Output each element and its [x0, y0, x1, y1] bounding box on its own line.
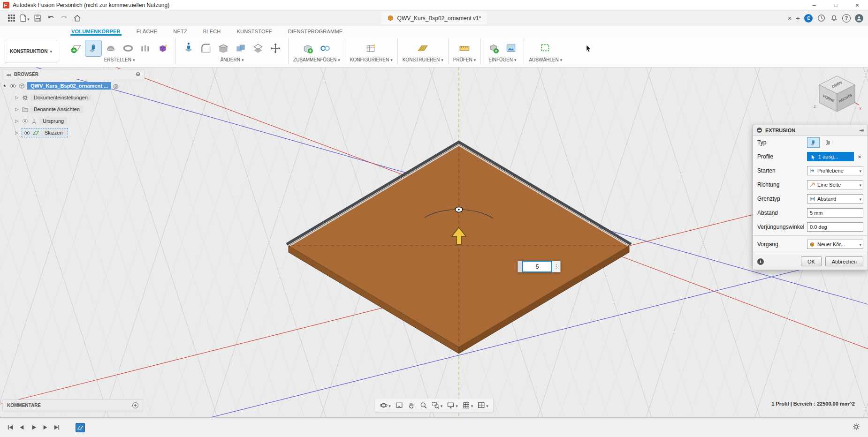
pattern-icon[interactable] [137, 40, 153, 56]
zoom-window-icon[interactable] [432, 401, 443, 409]
construction-plane-icon[interactable] [415, 40, 431, 56]
cancel-button[interactable]: Abbrechen [825, 256, 863, 266]
display-settings-icon[interactable] [447, 401, 458, 409]
timeline-play-button[interactable] [28, 422, 38, 433]
ok-button[interactable]: OK [801, 256, 822, 266]
timeline-step-forward-button[interactable] [40, 422, 50, 433]
expander-icon[interactable]: ▷ [14, 119, 20, 123]
zusammenfuegen-group-dropdown[interactable]: ZUSAMMENFÜGEN [293, 57, 340, 62]
visibility-eye-icon[interactable] [9, 83, 16, 90]
new-tab-button[interactable] [796, 14, 800, 23]
press-pull-icon[interactable] [181, 40, 197, 56]
einfuegen-group-dropdown[interactable]: EINFÜGEN [488, 57, 516, 62]
shell-icon[interactable] [215, 40, 231, 56]
orbit-icon[interactable] [380, 401, 391, 409]
browser-item-label[interactable]: Benannte Ansichten [30, 105, 83, 113]
dialog-menu-icon[interactable] [757, 128, 762, 133]
starten-dropdown[interactable]: Profilebene [807, 166, 863, 175]
extrude-icon[interactable] [85, 40, 101, 56]
data-panel-grid-icon[interactable] [5, 12, 18, 25]
minimize-button[interactable] [803, 0, 825, 10]
document-tab[interactable]: QWV_Kurs_Bsp02_ornament v1* [381, 12, 487, 25]
browser-item-label[interactable]: Dokumenteinstellungen [30, 94, 91, 101]
create-sketch-icon[interactable] [68, 40, 84, 56]
dock-panel-icon[interactable] [859, 127, 864, 134]
grenztyp-dropdown[interactable]: Abstand [807, 194, 863, 203]
sweep-icon[interactable] [120, 40, 136, 56]
file-menu-button[interactable] [18, 12, 31, 25]
pruefen-group-dropdown[interactable]: PRÜFEN [453, 57, 476, 62]
browser-row-skizzen[interactable]: ▷ Skizzen [14, 128, 145, 138]
browser-row-benannte-ansichten[interactable]: ▷ Benannte Ansichten [14, 104, 145, 114]
tab-close-button[interactable] [788, 14, 792, 23]
visibility-eye-icon[interactable] [22, 118, 29, 125]
grid-settings-icon[interactable] [462, 401, 473, 409]
add-comment-icon[interactable] [132, 402, 138, 408]
dialog-header[interactable]: EXTRUSION [753, 125, 868, 136]
new-component-icon[interactable] [300, 40, 316, 56]
viewport[interactable]: BROWSER ▼ QWV_Kurs_Bsp02_ornament ... ▷ … [0, 68, 868, 417]
timeline-skip-start-button[interactable] [5, 422, 15, 433]
timeline-step-back-button[interactable] [16, 422, 27, 433]
value-box-grip[interactable] [518, 261, 522, 272]
look-at-icon[interactable] [395, 401, 403, 409]
view-cube[interactable]: OBEN VORNE RECHTS X Z [813, 70, 861, 119]
help-icon[interactable]: ? [842, 14, 851, 23]
primitive-box-icon[interactable] [155, 40, 171, 56]
viewports-icon[interactable] [477, 401, 488, 409]
collapse-browser-icon[interactable] [6, 72, 10, 77]
timeline-sketch-feature[interactable] [76, 423, 85, 432]
notifications-bell-icon[interactable] [830, 14, 838, 23]
tab-netz[interactable]: NETZ [172, 28, 188, 36]
browser-row-ursprung[interactable]: ▷ Ursprung [14, 116, 145, 126]
konstruieren-group-dropdown[interactable]: KONSTRUIEREN [403, 57, 443, 62]
tab-dienstprogramme[interactable]: DIENSTPROGRAMME [287, 28, 344, 36]
konfigurieren-icon[interactable] [363, 40, 379, 56]
expander-icon[interactable]: ▼ [1, 83, 8, 90]
browser-root-label[interactable]: QWV_Kurs_Bsp02_ornament ... [27, 82, 111, 90]
browser-item-label[interactable]: Skizzen [41, 129, 66, 136]
combine-icon[interactable] [233, 40, 249, 56]
timeline-settings-gear-icon[interactable] [852, 422, 860, 433]
profile-select-button[interactable]: 1 ausg... [807, 152, 854, 161]
expander-icon[interactable]: ▷ [14, 107, 20, 112]
job-status-icon[interactable] [817, 14, 825, 23]
insert-icon[interactable] [486, 40, 502, 56]
browser-row-dokumenteinstellungen[interactable]: ▷ Dokumenteinstellungen [14, 92, 145, 103]
close-window-button[interactable] [846, 0, 868, 10]
typ-thin-extrude-button[interactable] [822, 137, 834, 148]
split-body-icon[interactable] [250, 40, 266, 56]
tab-volumenkoerper[interactable]: VOLUMENKÖRPER [70, 28, 122, 36]
info-icon[interactable] [757, 258, 764, 265]
tab-kunststoff[interactable]: KUNSTSTOFF [236, 28, 273, 36]
fillet-icon[interactable] [198, 40, 214, 56]
select-tool-icon[interactable] [538, 40, 554, 56]
aendern-group-dropdown[interactable]: ÄNDERN [221, 57, 244, 62]
auswaehlen-group-dropdown[interactable]: AUSWÄHLEN [529, 57, 562, 62]
expander-icon[interactable]: ▷ [14, 95, 20, 100]
browser-root-row[interactable]: ▼ QWV_Kurs_Bsp02_ornament ... [2, 81, 145, 91]
comments-bar[interactable]: KOMMENTARE [2, 399, 143, 411]
canvas-image-icon[interactable] [503, 40, 519, 56]
browser-item-label[interactable]: Ursprung [39, 117, 67, 125]
activate-component-radio[interactable] [113, 83, 118, 90]
user-avatar[interactable] [855, 14, 863, 23]
vorgang-dropdown[interactable]: Neuer Kör... [807, 240, 863, 249]
erstellen-group-dropdown[interactable]: ERSTELLEN [104, 57, 135, 62]
zoom-icon[interactable] [419, 401, 427, 409]
konfigurieren-group-dropdown[interactable]: KONFIGURIEREN [350, 57, 393, 62]
tab-flaeche[interactable]: FLÄCHE [136, 28, 159, 36]
timeline-skip-end-button[interactable] [52, 422, 62, 433]
tab-blech[interactable]: BLECH [202, 28, 222, 36]
revolve-icon[interactable] [103, 40, 119, 56]
maximize-button[interactable] [825, 0, 846, 10]
abstand-input[interactable] [807, 208, 863, 218]
richtung-dropdown[interactable]: Eine Seite [807, 180, 863, 189]
measure-icon[interactable] [457, 40, 472, 56]
home-tab-button[interactable] [70, 12, 84, 25]
undo-button[interactable] [44, 12, 57, 25]
winkel-input[interactable] [807, 222, 863, 232]
visibility-eye-icon[interactable] [23, 129, 30, 136]
typ-extrude-button[interactable] [807, 137, 820, 148]
konstruktion-dropdown[interactable]: KONSTRUKTION [5, 41, 57, 62]
